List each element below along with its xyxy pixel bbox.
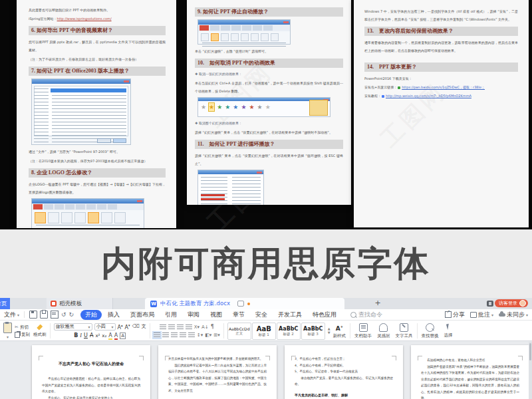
ribbon-tab[interactable]: 章节 [228, 310, 249, 320]
tutorial-link[interactable]: http://mp.weixin.qq.com/s/m7-_bD5fp6MnO2… [386, 94, 471, 98]
chevron-down-icon: ▾ [17, 313, 19, 317]
superscript-button[interactable]: x² [95, 332, 100, 339]
cursor-icon [445, 324, 452, 331]
style-preset[interactable]: AaBbCcDd 正文 [227, 323, 251, 340]
share-button[interactable]: 分享 [445, 311, 465, 319]
decrease-indent-icon[interactable] [177, 325, 184, 330]
crop-mark [165, 356, 170, 360]
cut-button[interactable]: ✂剪切 [15, 325, 30, 331]
ribbon-tab[interactable]: 插入 [103, 310, 124, 320]
comment-button[interactable]: 批注▾ [470, 311, 493, 319]
tab-docer-label: 稻壳模板 [59, 300, 82, 308]
copy-button[interactable]: 复制 [15, 332, 30, 338]
find-command-box[interactable]: 查找命令 [350, 311, 382, 319]
font-color-button[interactable]: A [114, 332, 118, 340]
ribbon-tab[interactable]: 开始 [80, 310, 102, 320]
doc-assistant-button[interactable]: 文档助手 [352, 321, 374, 340]
shading-icon[interactable]: ◧▾ [205, 332, 211, 338]
save-icon[interactable] [29, 311, 37, 319]
style-sample: AaB [257, 325, 271, 332]
chevron-down-icon: ▾ [526, 313, 528, 317]
find-replace-button[interactable]: 查找替换 [419, 321, 442, 340]
grow-font-button[interactable]: A▴ [118, 322, 123, 331]
italic-button[interactable]: I [80, 332, 82, 339]
justify-icon[interactable] [180, 332, 186, 338]
line-spacing-icon[interactable]: ↕▾ [197, 332, 203, 338]
print-preview-icon[interactable] [51, 311, 59, 319]
tab-docer-templates[interactable]: 稻壳模板 [47, 298, 113, 309]
window-tab-bar: 首页 稻壳模板 W 中石化 主题教育 方案.docx + 访客登录 [0, 298, 532, 309]
style-preset[interactable]: AaBbC 标题 3 [301, 323, 325, 340]
align-center-icon[interactable] [162, 332, 169, 338]
style-label: 正文 [235, 331, 243, 336]
divider [223, 323, 224, 338]
ribbon-tab[interactable]: 特色应用 [308, 310, 341, 320]
print-icon[interactable] [40, 311, 48, 319]
ribbon-tab[interactable]: 开发工具 [273, 310, 307, 320]
baidu-pan-link[interactable]: https://pan.baidu.com/s/1qZ5iDwC，提取：r38l… [402, 85, 485, 89]
copy-icon [15, 332, 20, 338]
ribbon-tab[interactable]: 审阅 [183, 310, 204, 320]
new-tab-button[interactable]: + [372, 298, 383, 309]
style-preset[interactable]: AaBbC 标题 2 [277, 323, 301, 340]
underline-button[interactable]: U [84, 332, 88, 339]
document-area[interactable]: 不忘共产党人初心 牢记石油人的使命 不忘初心牢记使命的要思想：初心不忘，始终以真… [0, 342, 532, 399]
bold-button[interactable]: B [74, 332, 78, 339]
faq-note-7: （注：在2010版本里插入的视频，保存为97-2003版本格式后将不能正常播放） [29, 157, 166, 165]
text-tool-button[interactable]: 文字工具 [393, 321, 416, 340]
bullets-icon[interactable] [160, 325, 166, 330]
distribute-icon[interactable] [188, 332, 195, 338]
text-direction-icon[interactable]: X▾ [194, 324, 200, 331]
chevron-down-icon: ▾ [111, 325, 113, 329]
redo-icon[interactable]: ↻ [69, 311, 74, 318]
numbering-icon[interactable] [168, 325, 175, 330]
borders-icon[interactable]: ⊞▾ [213, 332, 219, 338]
clear-format-button[interactable]: ⌫ [132, 323, 140, 330]
show-marks-icon[interactable]: ¶ [211, 324, 214, 331]
styles-gallery: AaBbCcDd 正文 AaB 标题 1 AaBbC 标题 2 AaB [225, 321, 328, 340]
link-label: 安装包+百度云链接： [364, 85, 397, 89]
increase-indent-icon[interactable] [186, 325, 192, 330]
screenshot-view-ribbon [31, 198, 144, 228]
select-button[interactable]: 选择 [442, 321, 456, 340]
phonetic-guide-button[interactable]: 文 [142, 323, 146, 330]
faq-bullet-10a: ❖ 取消一张幻灯片的动画效果： [195, 70, 343, 78]
align-left-icon[interactable] [154, 332, 160, 338]
highlight-color-button[interactable]: A [108, 332, 112, 340]
subscript-button[interactable]: x₂ [102, 332, 106, 339]
font-name-combo[interactable]: 微软雅黑▾ [54, 323, 92, 331]
doc-paragraph: 油田的不变建设基因“传承”的精神下不断前进，油田的改革发展需要在十九大精神的指引… [421, 364, 519, 399]
ribbon-tab[interactable]: 页面布局 [126, 310, 159, 320]
font-name-value: 微软雅黑 [56, 323, 74, 330]
chevron-down-icon: ▾ [7, 334, 9, 339]
shrink-font-button[interactable]: A▾ [125, 322, 130, 331]
font-size-combo[interactable]: 小四▾ [94, 323, 116, 331]
align-right-icon[interactable] [171, 332, 178, 338]
style-preset[interactable]: AaB 标题 1 [252, 323, 276, 340]
message-badge-icon[interactable] [487, 301, 493, 307]
undo-icon[interactable]: ↺ [61, 311, 66, 318]
character-border-button[interactable]: A [120, 332, 126, 339]
ispring-link[interactable]: http://www.ispringsolutions.com/ [57, 17, 112, 21]
sort-icon[interactable]: A↓ [201, 324, 209, 331]
faq-page-right: 工图网 Windows 7 中，安装字体的方法有三种，一是找到字体文件（ttf … [354, 0, 529, 227]
format-painter-button[interactable]: 格式刷 [33, 325, 47, 338]
strikethrough-button[interactable]: A [90, 332, 93, 339]
file-menu[interactable]: 文件 ▾ [4, 311, 19, 319]
ribbon-tab[interactable]: 引用 [160, 310, 182, 320]
tab-document-active[interactable]: W 中石化 主题教育 方案.docx [145, 298, 344, 309]
tab-home[interactable]: 首页 [0, 298, 10, 309]
new-style-button[interactable]: A+ 新样式 [331, 321, 349, 340]
sync-status-button[interactable]: 未同步▾ [499, 311, 528, 319]
faq-para-9: 单击 “幻灯片放映”，去除 “使用计时” 选项即可。 [195, 47, 343, 55]
visitor-login-button[interactable]: 访客登录 [495, 299, 528, 307]
unsaved-dot-icon [247, 303, 250, 305]
wrench-icon [400, 323, 408, 332]
paste-icon [3, 323, 12, 333]
paste-button[interactable]: ▾ [3, 323, 12, 339]
ribbon-tab[interactable]: 视图 [205, 310, 227, 320]
crop-mark [39, 356, 43, 360]
inspiration-button[interactable]: 灵感层 [374, 321, 393, 340]
ribbon-tab[interactable]: 安全 [251, 310, 272, 320]
vertical-scrollbar[interactable] [529, 342, 532, 399]
